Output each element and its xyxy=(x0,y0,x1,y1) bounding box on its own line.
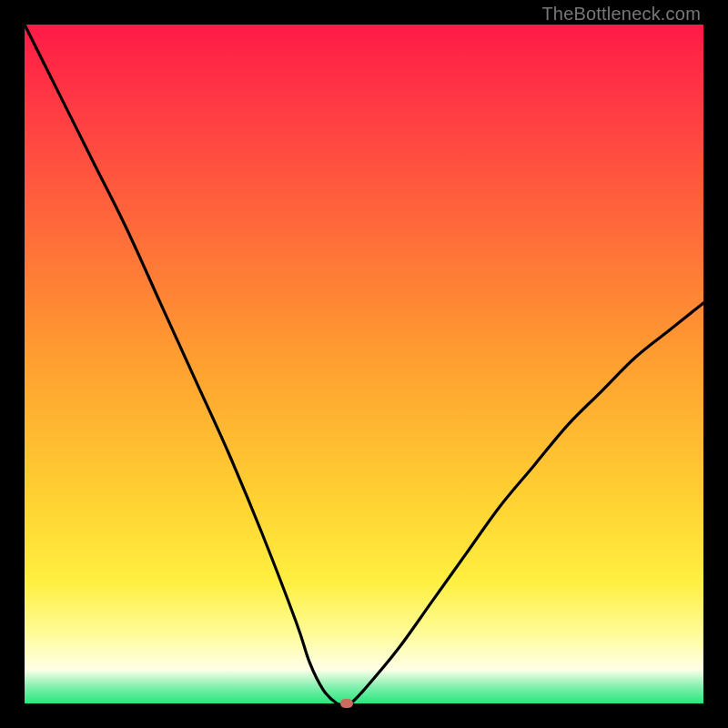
plot-area xyxy=(25,25,703,703)
bottleneck-curve xyxy=(25,25,703,704)
curve-svg xyxy=(25,25,703,703)
optimal-point-marker xyxy=(340,699,353,708)
watermark-text: TheBottleneck.com xyxy=(541,4,701,25)
chart-frame: TheBottleneck.com xyxy=(0,0,728,728)
